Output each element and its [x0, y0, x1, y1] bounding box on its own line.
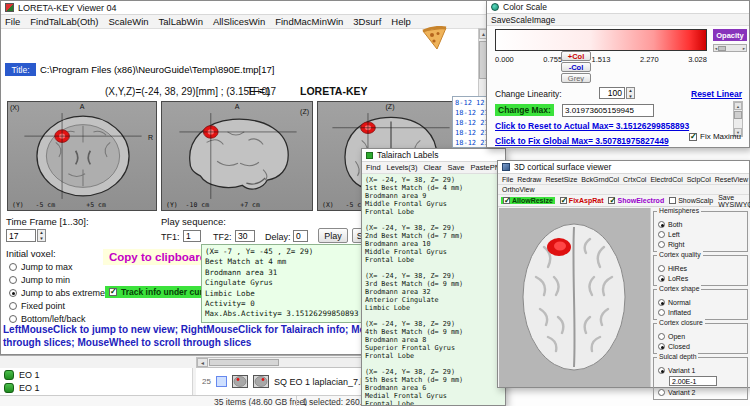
show-scalp-checkbox[interactable]: ShowScalp — [669, 197, 713, 204]
radio-icon[interactable] — [9, 276, 17, 284]
menu-bckgrndcol[interactable]: BckGrndCol — [581, 176, 619, 183]
voxel-option-jump-min[interactable]: Jump to min — [9, 275, 70, 285]
menu-tallabwin[interactable]: TalLabWin — [159, 16, 203, 27]
radio-icon[interactable] — [658, 333, 665, 340]
plus-col-button[interactable]: +Col — [561, 51, 591, 61]
radio-icon[interactable] — [658, 275, 665, 282]
menu-findmacminwin[interactable]: FindMacMinWin — [275, 16, 343, 27]
radio-icon[interactable] — [9, 315, 17, 323]
closure-closed-radio[interactable]: Closed — [658, 341, 745, 351]
quality-lores-radio[interactable]: LoRes — [658, 273, 745, 283]
slider-thumb[interactable] — [718, 46, 726, 51]
radio-icon[interactable] — [658, 299, 665, 306]
talairach-titlebar[interactable]: Talairach Labels — [362, 149, 505, 162]
tf1-input[interactable]: 1 — [183, 230, 201, 242]
viewer3d-canvas[interactable] — [499, 208, 650, 387]
allow-resize-checkbox[interactable]: AllowResize — [501, 197, 555, 204]
menu-save[interactable]: Save — [447, 163, 464, 172]
slider-up-icon[interactable]: ▲ — [734, 102, 742, 110]
fix-asp-rat-checkbox[interactable]: FixAspRat — [560, 197, 604, 204]
checkbox-icon[interactable] — [503, 197, 510, 204]
reset-actual-max-link[interactable]: Click to Reset to Actual Max= 3.15126299… — [495, 121, 689, 131]
menu-find[interactable]: Find — [366, 163, 381, 172]
radio-icon[interactable] — [658, 367, 665, 374]
play-button[interactable]: Play — [318, 228, 348, 243]
menu-resetview[interactable]: ResetView — [715, 176, 748, 183]
quality-hires-radio[interactable]: HiRes — [658, 263, 745, 273]
checkbox-icon[interactable] — [669, 197, 676, 204]
spinner-down-icon[interactable]: ▼ — [38, 236, 45, 242]
linearity-input[interactable]: 100 — [599, 87, 625, 99]
axial-brain-image[interactable] — [20, 111, 146, 201]
show-electrod-checkbox[interactable]: ShowElectrod — [608, 197, 664, 204]
list-item[interactable]: EO 1 — [0, 381, 192, 394]
checkbox-icon[interactable] — [109, 288, 117, 296]
menu-resetsize[interactable]: ResetSize — [545, 176, 577, 183]
linearity-spinner[interactable]: ▲▼ — [626, 87, 635, 99]
radio-icon[interactable] — [658, 265, 665, 272]
opacity-slider[interactable]: ◄ ► — [713, 44, 747, 52]
menu-file[interactable]: File — [5, 16, 20, 27]
checkbox-icon[interactable] — [689, 133, 697, 141]
sulcal-variant1-radio[interactable]: Variant 1 — [658, 365, 745, 375]
shape-inflated-radio[interactable]: Inflated — [658, 307, 745, 317]
shape-normal-radio[interactable]: Normal — [658, 297, 745, 307]
radio-icon[interactable] — [9, 263, 17, 271]
menu-savescaleimage[interactable]: SaveScaleImage — [491, 15, 555, 25]
voxel-option-fixed-point[interactable]: Fixed point — [9, 301, 65, 311]
radio-icon[interactable] — [658, 309, 665, 316]
minus-col-button[interactable]: -Col — [561, 62, 591, 72]
viewer3d-titlebar[interactable]: 3D cortical surface viewer — [498, 161, 749, 174]
menu-3dsurf[interactable]: 3Dsurf — [353, 16, 381, 27]
spinner-down-icon[interactable]: ▼ — [627, 94, 634, 100]
menu-clear[interactable]: Clear — [423, 163, 441, 172]
hemi-both-radio[interactable]: Both — [658, 219, 745, 229]
change-max-input[interactable]: 3.01973605159945 — [562, 104, 654, 117]
menu-file[interactable]: File — [502, 176, 513, 183]
opacity-button[interactable]: Opacity — [713, 29, 747, 41]
fix-maximum-checkbox[interactable]: Fix Maximu — [689, 132, 741, 141]
menu-allsliceswin[interactable]: AllSlicesWin — [213, 16, 265, 27]
save-wysiwyg-button[interactable]: Save WYSIWYG — [718, 194, 750, 208]
checkbox-icon[interactable] — [608, 197, 615, 204]
sagittal-slice-panel[interactable]: A (Z) (Y) -10 cm +7 cm — [161, 101, 313, 211]
scroll-left-icon[interactable]: ◄ — [197, 358, 208, 367]
menu-sclpcol[interactable]: SclpCol — [687, 176, 711, 183]
menu-levels[interactable]: Levels(3) — [387, 163, 418, 172]
reset-linear-link[interactable]: Reset Linear — [691, 89, 742, 99]
menu-crtxcol[interactable]: CrtxCol — [623, 176, 646, 183]
menu-electrdcol[interactable]: ElectrdCol — [650, 176, 682, 183]
fix-global-max-link[interactable]: Click to Fix Global Max= 3.5078197582744… — [495, 136, 669, 146]
menu-scalewin[interactable]: ScaleWin — [108, 16, 148, 27]
radio-icon[interactable] — [658, 231, 665, 238]
sulcal-depth-input[interactable]: 2.00E-1 — [669, 376, 717, 386]
slider-thumb[interactable] — [734, 111, 742, 119]
copy-to-clipboard-button[interactable]: Copy to clipboard — [103, 249, 213, 265]
time-frame-spinner[interactable]: ▲▼ — [37, 229, 46, 242]
radio-icon[interactable] — [658, 343, 665, 350]
color-scale-titlebar[interactable]: Color Scale — [487, 1, 749, 14]
radio-icon[interactable] — [658, 221, 665, 228]
closure-open-radio[interactable]: Open — [658, 331, 745, 341]
menu-pastepn[interactable]: PastePN — [471, 163, 501, 172]
menu-redraw[interactable]: Redraw — [517, 176, 541, 183]
radio-icon[interactable] — [9, 302, 17, 310]
scroll-thumb[interactable] — [209, 359, 279, 366]
sulcal-variant2-radio[interactable]: Variant 2 — [658, 387, 745, 397]
checkbox-icon[interactable] — [560, 197, 567, 204]
axial-slice-panel[interactable]: A R (X) (Y) -5 cm +5 cm — [7, 101, 157, 211]
hemi-left-radio[interactable]: Left — [658, 229, 745, 239]
hemi-right-radio[interactable]: Right — [658, 239, 745, 249]
radio-icon[interactable] — [9, 289, 17, 297]
tf2-input[interactable]: 30 — [235, 230, 255, 242]
delay-input[interactable]: 0 — [293, 230, 308, 242]
list-item[interactable]: EO 1 — [0, 368, 192, 381]
cortex-3d-image[interactable] — [514, 216, 634, 378]
grey-button[interactable]: Grey — [561, 73, 591, 83]
voxel-option-jump-max[interactable]: Jump to max — [9, 262, 73, 272]
menu-help[interactable]: Help — [391, 16, 411, 27]
slider-right-icon[interactable]: ► — [742, 46, 746, 51]
radio-icon[interactable] — [658, 241, 665, 248]
radio-icon[interactable] — [658, 389, 665, 396]
time-frame-input[interactable]: 17 — [6, 229, 36, 242]
